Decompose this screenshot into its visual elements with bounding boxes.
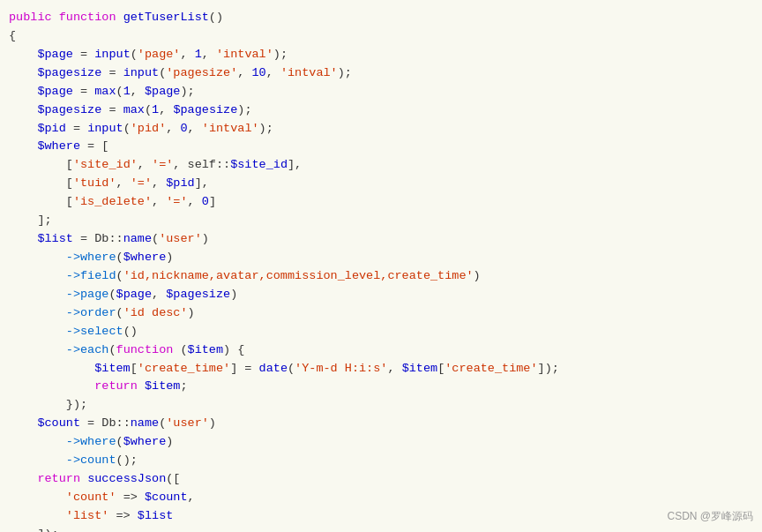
code-line: return $item; [9, 378, 753, 396]
code-line: { [9, 27, 753, 46]
code-line: ->where($where) [9, 249, 753, 267]
code-line: $list = Db::name('user') [9, 230, 753, 249]
code-line: $pid = input('pid', 0, 'intval'); [9, 120, 753, 139]
code-line: ->page($page, $pagesize) [9, 286, 753, 304]
code-line: ->where($where) [9, 433, 753, 452]
code-line: $where = [ [9, 138, 753, 156]
code-line: $pagesize = max(1, $pagesize); [9, 101, 753, 120]
code-line: return successJson([ [9, 470, 753, 489]
code-line: $page = input('page', 1, 'intval'); [9, 46, 753, 64]
code-line: ->each(function ($item) { [9, 341, 753, 360]
code-line: ['tuid', '=', $pid], [9, 175, 753, 193]
code-line: ->count(); [9, 452, 753, 470]
code-line: $pagesize = input('pagesize', 10, 'intva… [9, 64, 753, 83]
code-line: 'list' => $list [9, 507, 753, 526]
code-line: ]; [9, 212, 753, 230]
code-line: public function getTuserList() [9, 9, 753, 27]
code-line: ]); [9, 526, 753, 532]
code-line: ->order('id desc') [9, 304, 753, 323]
code-line: }); [9, 396, 753, 415]
code-line: $count = Db::name('user') [9, 415, 753, 433]
code-line: $page = max(1, $page); [9, 83, 753, 101]
code-line: $item['create_time'] = date('Y-m-d H:i:s… [9, 360, 753, 378]
code-line: 'count' => $count, [9, 489, 753, 507]
code-block: public function getTuserList() { $page =… [0, 0, 762, 532]
code-line: ['is_delete', '=', 0] [9, 193, 753, 212]
code-line: ['site_id', '=', self::$site_id], [9, 156, 753, 175]
watermark: CSDN @罗峰源码 [667, 508, 753, 525]
code-line: ->select() [9, 323, 753, 341]
code-line: ->field('id,nickname,avatar,commission_l… [9, 267, 753, 286]
